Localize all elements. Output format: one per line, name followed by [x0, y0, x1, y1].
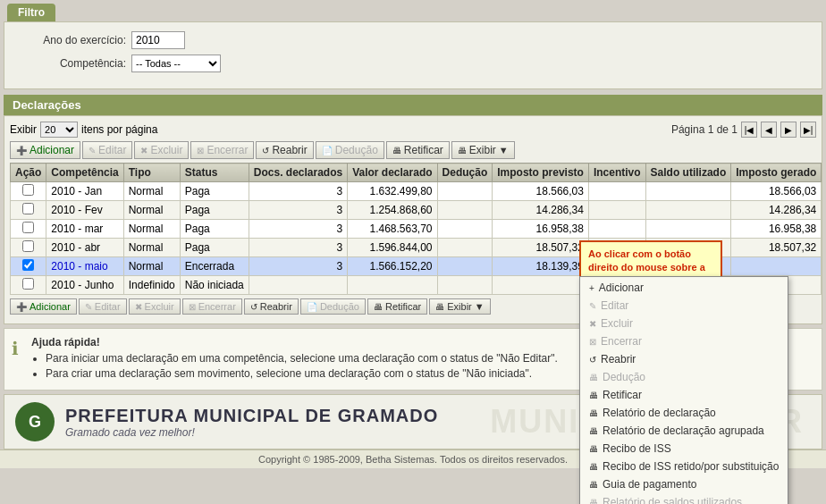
col-acao: Ação	[11, 164, 46, 182]
cell-saldo	[645, 201, 731, 220]
brand-logo: G	[15, 402, 55, 441]
cell-competencia: 2010 - Fev	[46, 201, 123, 220]
cell-incentivo	[588, 220, 645, 239]
col-docs: Docs. declarados	[249, 164, 347, 182]
context-menu-item[interactable]: 🖶Retificar	[580, 386, 788, 404]
cell-valor: 1.254.868,60	[348, 201, 437, 220]
cell-tipo: Normal	[123, 201, 180, 220]
exibir-btn-bottom[interactable]: 🖶Exibir ▼	[429, 298, 490, 315]
row-checkbox[interactable]	[22, 259, 34, 271]
cm-icon: +	[589, 283, 594, 293]
adicionar-btn-top[interactable]: ➕Adicionar	[10, 141, 80, 159]
cell-saldo	[645, 220, 731, 239]
editar-btn-bottom[interactable]: ✎Editar	[79, 298, 127, 315]
cell-imposto_previsto	[493, 276, 589, 295]
reabrir-btn-bottom[interactable]: ↺Reabrir	[244, 298, 299, 315]
table-row[interactable]: 2010 - FevNormalPaga31.254.868,6014.286,…	[11, 201, 822, 220]
cell-imposto_gerado: 14.286,34	[731, 201, 822, 220]
help-icon: ℹ	[12, 338, 19, 359]
cm-icon: 🖶	[589, 480, 598, 490]
context-menu-item[interactable]: ↺Reabrir	[580, 350, 788, 368]
cm-icon: ✖	[589, 319, 596, 329]
table-row[interactable]: 2010 - marNormalPaga31.468.563,7016.958,…	[11, 220, 822, 239]
editar-btn-top[interactable]: ✎Editar	[82, 141, 132, 159]
context-menu: +Adicionar✎Editar✖Excluir⊠Encerrar↺Reabr…	[579, 276, 788, 504]
cm-label: Dedução	[603, 371, 645, 383]
retificar-btn-bottom[interactable]: 🖶Retificar	[367, 298, 427, 315]
col-status: Status	[180, 164, 249, 182]
row-checkbox[interactable]	[22, 184, 34, 196]
cm-label: Encerrar	[601, 335, 642, 348]
context-menu-item: ✖Excluir	[580, 315, 788, 332]
encerrar-btn-top[interactable]: ⊠Encerrar	[190, 141, 254, 159]
exibir-btn-top[interactable]: 🖶Exibir ▼	[451, 141, 515, 159]
pagina-text: Página 1 de 1	[671, 123, 738, 136]
context-menu-item: 🖶Dedução	[580, 368, 788, 386]
next-page-btn[interactable]: ▶	[780, 122, 796, 138]
table-row[interactable]: 2010 - JanNormalPaga31.632.499,8018.566,…	[11, 182, 822, 201]
cell-imposto_previsto: 16.958,38	[493, 220, 589, 239]
competencia-select[interactable]: -- Todas -- Janeiro Fevereiro Março Abri…	[131, 55, 221, 72]
context-menu-item[interactable]: 🖶Recibo de ISS	[580, 440, 788, 458]
cell-competencia: 2010 - mar	[46, 220, 123, 239]
row-checkbox[interactable]	[22, 203, 34, 214]
row-checkbox[interactable]	[22, 240, 34, 252]
cell-tipo: Indefinido	[123, 276, 180, 295]
excluir-btn-top[interactable]: ✖Excluir	[134, 141, 189, 159]
exibir-controls: Exibir 20 50 100 itens por página	[10, 122, 157, 138]
cell-status: Não iniciada	[180, 276, 249, 295]
cell-deducao	[437, 220, 493, 239]
retificar-btn-top[interactable]: 🖶Retificar	[386, 141, 450, 159]
context-menu-item: 🖶Relatório de saldos utilizados	[580, 493, 788, 504]
exibir-label: Exibir	[10, 123, 37, 136]
prev-page-btn[interactable]: ◀	[761, 122, 777, 138]
cm-label: Editar	[601, 299, 628, 312]
deducao-btn-bottom[interactable]: 📄Dedução	[300, 298, 366, 315]
cell-competencia: 2010 - maio	[46, 257, 123, 276]
col-deducao: Dedução	[437, 164, 493, 182]
cell-status: Encerrada	[180, 257, 249, 276]
context-menu-item[interactable]: 🖶Relatório de declaração agrupada	[580, 422, 788, 440]
cm-icon: 🖶	[589, 426, 598, 436]
cell-competencia: 2010 - Jan	[46, 182, 123, 201]
context-menu-item[interactable]: 🖶Guia de pagamento	[580, 475, 788, 493]
deducao-btn-top[interactable]: 📄Dedução	[316, 141, 384, 159]
row-checkbox[interactable]	[22, 222, 34, 233]
cm-label: Adicionar	[599, 281, 644, 294]
last-page-btn[interactable]: ▶|	[800, 122, 816, 138]
cell-competencia: 2010 - abr	[46, 239, 123, 257]
first-page-btn[interactable]: |◀	[741, 122, 757, 138]
help-title: Ajuda rápida!	[31, 336, 558, 349]
cell-competencia: 2010 - Junho	[46, 276, 123, 295]
cell-deducao	[437, 276, 493, 295]
brand-name: PREFEITURA MUNICIPAL DE GRAMADO	[65, 406, 438, 426]
cm-label: Relatório de declaração	[603, 407, 716, 419]
help-item-1: Para iniciar uma declaração em uma compe…	[46, 352, 558, 365]
ano-input[interactable]	[131, 31, 185, 49]
context-menu-item[interactable]: 🖶Recibo de ISS retido/por substituição	[580, 458, 788, 475]
cm-icon: ⊠	[589, 337, 596, 347]
col-saldo: Saldo utilizado	[645, 164, 731, 182]
cell-docs: 3	[249, 220, 347, 239]
col-tipo: Tipo	[123, 164, 180, 182]
help-list: Para iniciar uma declaração em uma compe…	[46, 352, 558, 380]
reabrir-btn-top[interactable]: ↺Reabrir	[256, 141, 313, 159]
cm-label: Reabrir	[601, 353, 636, 365]
declaracoes-header: Declarações	[4, 95, 822, 115]
context-menu-item[interactable]: 🖶Relatório de declaração	[580, 404, 788, 422]
filtro-section: Ano do exercício: Competência: -- Todas …	[4, 21, 822, 89]
context-menu-item[interactable]: +Adicionar	[580, 279, 788, 297]
cm-icon: ↺	[589, 355, 596, 365]
cell-deducao	[437, 257, 493, 276]
excluir-btn-bottom[interactable]: ✖Excluir	[129, 298, 181, 315]
cell-imposto_previsto: 18.566,03	[493, 182, 589, 201]
items-label: itens por página	[81, 123, 157, 136]
adicionar-btn-bottom[interactable]: ➕Adicionar	[10, 298, 77, 315]
cm-label: Guia de pagamento	[603, 478, 696, 491]
cell-imposto_gerado	[731, 257, 822, 276]
cm-icon: 🖶	[589, 373, 598, 382]
encerrar-btn-bottom[interactable]: ⊠Encerrar	[182, 298, 242, 315]
row-checkbox[interactable]	[22, 278, 34, 290]
cell-valor: 1.468.563,70	[348, 220, 437, 239]
exibir-select[interactable]: 20 50 100	[40, 122, 78, 138]
